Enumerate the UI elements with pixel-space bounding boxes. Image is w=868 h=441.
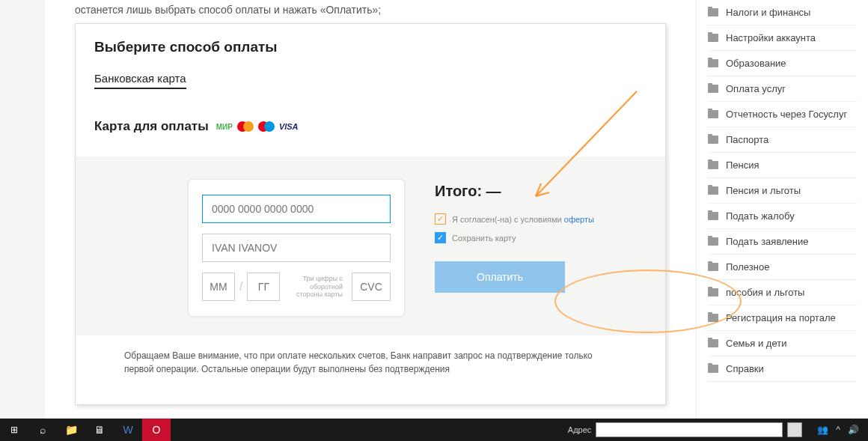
folder-icon <box>708 161 718 169</box>
folder-icon <box>708 8 718 16</box>
folder-icon <box>708 110 718 118</box>
folder-icon <box>708 34 718 42</box>
sidebar-item[interactable]: Отчетность через Госуслуг <box>708 102 857 127</box>
sidebar-item[interactable]: Подать жалобу <box>708 204 857 229</box>
maestro-logo-icon <box>258 121 275 132</box>
payment-note: Обращаем Ваше внимание, что при оплате н… <box>94 335 647 376</box>
intro-text: останется лишь выбрать способ оплаты и н… <box>75 0 666 23</box>
checkbox-checked-icon: ✓ <box>435 232 446 243</box>
folder-icon <box>708 186 718 195</box>
volume-icon[interactable]: 🔊 <box>848 425 859 435</box>
folder-icon <box>708 339 718 347</box>
file-explorer-icon[interactable]: 📁 <box>57 419 85 441</box>
start-button[interactable]: ⊞ <box>0 419 28 441</box>
folder-icon <box>708 85 718 93</box>
agree-checkbox-row[interactable]: ✓ Я согласен(-на) с условиями оферты <box>435 213 650 225</box>
save-card-checkbox-row[interactable]: ✓ Сохранить карту <box>435 232 650 243</box>
payment-panel: Выберите способ оплаты Банковская карта … <box>75 23 666 405</box>
folder-icon <box>708 136 718 144</box>
sidebar-item[interactable]: Оплата услуг <box>708 76 857 102</box>
app-icon[interactable]: 🖥 <box>85 419 114 441</box>
folder-icon <box>708 314 718 322</box>
taskbar: ⊞ ⌕ 📁 🖥 W O Адрес 👥 ^ 🔊 <box>0 419 868 441</box>
sidebar-item[interactable]: Полезное <box>708 255 857 280</box>
sidebar: Налоги и финансы Настройки аккаунта Обра… <box>696 0 868 419</box>
card-cvc-input[interactable] <box>352 273 391 301</box>
folder-icon <box>708 263 718 271</box>
mastercard-logo-icon <box>237 121 254 132</box>
sidebar-item[interactable]: Пенсия и льготы <box>708 178 857 204</box>
offer-link[interactable]: оферты <box>564 215 594 224</box>
card-number-input[interactable] <box>202 195 391 223</box>
search-icon[interactable]: ⌕ <box>28 419 57 441</box>
checkbox-icon: ✓ <box>435 213 446 225</box>
card-for-payment-label: Карта для оплаты <box>94 119 209 134</box>
address-label: Адрес <box>568 425 592 434</box>
card-logos: МИР VISA <box>216 121 299 132</box>
sidebar-item[interactable]: Регистрация на портале <box>708 305 857 331</box>
pay-button[interactable]: Оплатить <box>435 261 565 293</box>
sidebar-item[interactable]: Настройки аккаунта <box>708 25 857 51</box>
people-icon[interactable]: 👥 <box>817 425 828 435</box>
word-icon[interactable]: W <box>114 419 142 441</box>
card-year-input[interactable] <box>247 273 280 301</box>
panel-title: Выберите способ оплаты <box>94 39 647 55</box>
folder-icon <box>708 365 718 373</box>
sidebar-item[interactable]: Подать заявление <box>708 229 857 255</box>
credit-card-form: / Три цифры с оборотной стороны карты <box>188 179 405 317</box>
sidebar-item[interactable]: пособия и льготы <box>708 280 857 305</box>
sidebar-item[interactable]: Справки <box>708 356 857 382</box>
tab-bank-card[interactable]: Банковская карта <box>94 72 186 89</box>
sidebar-item[interactable]: Налоги и финансы <box>708 0 857 25</box>
visa-logo-icon: VISA <box>279 122 299 131</box>
address-input[interactable] <box>596 422 783 437</box>
sidebar-item[interactable]: Образование <box>708 51 857 76</box>
sidebar-item[interactable]: Семья и дети <box>708 331 857 356</box>
sidebar-item[interactable]: Пенсия <box>708 153 857 178</box>
tray-up-icon[interactable]: ^ <box>836 425 840 435</box>
address-go-button[interactable] <box>787 422 802 437</box>
sidebar-item[interactable]: Паспорта <box>708 127 857 153</box>
opera-icon[interactable]: O <box>142 419 171 441</box>
folder-icon <box>708 288 718 296</box>
slash-separator: / <box>239 280 242 294</box>
total-label: Итого: — <box>435 183 650 200</box>
cvc-hint: Три цифры с оборотной стороны карты <box>284 275 347 299</box>
mir-logo-icon: МИР <box>216 123 233 131</box>
folder-icon <box>708 237 718 246</box>
card-name-input[interactable] <box>202 234 391 262</box>
card-month-input[interactable] <box>202 273 235 301</box>
folder-icon <box>708 212 718 220</box>
folder-icon <box>708 59 718 67</box>
